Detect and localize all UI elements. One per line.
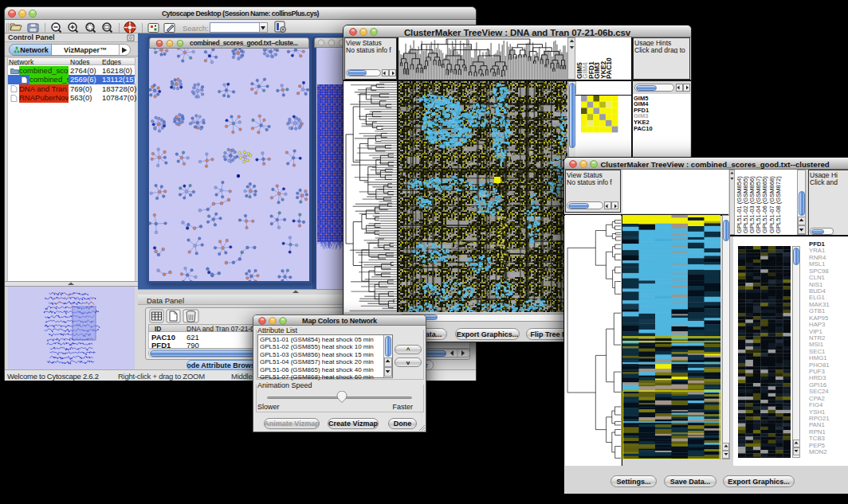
svg-text:GPL51-08 (GSM872): GPL51-08 (GSM872) bbox=[775, 176, 782, 233]
svg-text:MON2: MON2 bbox=[809, 448, 827, 455]
svg-text:PAC10: PAC10 bbox=[605, 57, 613, 79]
